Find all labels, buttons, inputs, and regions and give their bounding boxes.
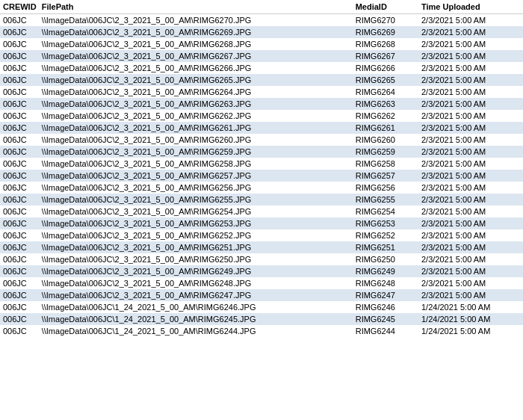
cell-mediaid: RIMG6254 [353,206,418,217]
cell-filepath: \\ImageData\006JC\2_3_2021_5_00_AM\RIMG6… [39,110,353,122]
table-row: 006JC\\ImageData\006JC\2_3_2021_5_00_AM\… [0,122,523,134]
cell-crewid: 006JC [0,265,39,277]
cell-crewid: 006JC [0,146,39,158]
table-row: 006JC\\ImageData\006JC\2_3_2021_5_00_AM\… [0,170,523,182]
cell-filepath: \\ImageData\006JC\2_3_2021_5_00_AM\RIMG6… [39,146,353,158]
cell-filepath: \\ImageData\006JC\2_3_2021_5_00_AM\RIMG6… [39,26,353,38]
cell-time-uploaded: 1/24/2021 5:00 AM [418,313,523,325]
cell-filepath: \\ImageData\006JC\1_24_2021_5_00_AM\RIMG… [39,301,353,313]
table-row: 006JC\\ImageData\006JC\1_24_2021_5_00_AM… [0,325,523,337]
table-row: 006JC\\ImageData\006JC\2_3_2021_5_00_AM\… [0,62,523,74]
cell-crewid: 006JC [0,277,39,289]
cell-crewid: 006JC [0,217,39,229]
cell-filepath: \\ImageData\006JC\2_3_2021_5_00_AM\RIMG6… [39,38,353,50]
cell-crewid: 006JC [0,182,39,194]
header-filepath[interactable]: FilePath [39,0,353,14]
cell-time-uploaded: 2/3/2021 5:00 AM [418,62,523,74]
cell-crewid: 006JC [0,14,39,27]
cell-time-uploaded: 2/3/2021 5:00 AM [418,241,523,253]
cell-crewid: 006JC [0,74,39,86]
table-row: 006JC\\ImageData\006JC\2_3_2021_5_00_AM\… [0,38,523,50]
cell-mediaid: RIMG6267 [353,50,418,62]
cell-mediaid: RIMG6270 [353,14,418,27]
header-mediaid[interactable]: MediaID [353,0,418,14]
table-row: 006JC\\ImageData\006JC\2_3_2021_5_00_AM\… [0,26,523,38]
data-table: CREWID FilePath MediaID Time Uploaded 00… [0,0,523,337]
cell-mediaid: RIMG6244 [353,325,418,337]
cell-filepath: \\ImageData\006JC\2_3_2021_5_00_AM\RIMG6… [39,217,353,229]
cell-time-uploaded: 2/3/2021 5:00 AM [418,206,523,217]
cell-time-uploaded: 2/3/2021 5:00 AM [418,38,523,50]
table-row: 006JC\\ImageData\006JC\2_3_2021_5_00_AM\… [0,277,523,289]
cell-filepath: \\ImageData\006JC\1_24_2021_5_00_AM\RIMG… [39,325,353,337]
table-row: 006JC\\ImageData\006JC\2_3_2021_5_00_AM\… [0,134,523,146]
cell-filepath: \\ImageData\006JC\2_3_2021_5_00_AM\RIMG6… [39,289,353,301]
cell-crewid: 006JC [0,62,39,74]
cell-crewid: 006JC [0,38,39,50]
table-row: 006JC\\ImageData\006JC\2_3_2021_5_00_AM\… [0,289,523,301]
cell-mediaid: RIMG6261 [353,122,418,134]
cell-filepath: \\ImageData\006JC\2_3_2021_5_00_AM\RIMG6… [39,170,353,182]
table-row: 006JC\\ImageData\006JC\2_3_2021_5_00_AM\… [0,253,523,265]
table-row: 006JC\\ImageData\006JC\2_3_2021_5_00_AM\… [0,182,523,194]
cell-crewid: 006JC [0,26,39,38]
cell-time-uploaded: 2/3/2021 5:00 AM [418,217,523,229]
cell-time-uploaded: 2/3/2021 5:00 AM [418,74,523,86]
cell-filepath: \\ImageData\006JC\2_3_2021_5_00_AM\RIMG6… [39,194,353,206]
table-row: 006JC\\ImageData\006JC\2_3_2021_5_00_AM\… [0,98,523,110]
table-row: 006JC\\ImageData\006JC\2_3_2021_5_00_AM\… [0,194,523,206]
cell-filepath: \\ImageData\006JC\2_3_2021_5_00_AM\RIMG6… [39,86,353,98]
cell-crewid: 006JC [0,289,39,301]
cell-time-uploaded: 1/24/2021 5:00 AM [418,301,523,313]
cell-mediaid: RIMG6245 [353,313,418,325]
cell-mediaid: RIMG6252 [353,229,418,241]
cell-filepath: \\ImageData\006JC\2_3_2021_5_00_AM\RIMG6… [39,253,353,265]
cell-filepath: \\ImageData\006JC\2_3_2021_5_00_AM\RIMG6… [39,229,353,241]
cell-mediaid: RIMG6268 [353,38,418,50]
cell-mediaid: RIMG6266 [353,62,418,74]
cell-mediaid: RIMG6264 [353,86,418,98]
cell-mediaid: RIMG6248 [353,277,418,289]
cell-time-uploaded: 2/3/2021 5:00 AM [418,14,523,27]
cell-crewid: 006JC [0,325,39,337]
cell-time-uploaded: 2/3/2021 5:00 AM [418,26,523,38]
cell-mediaid: RIMG6251 [353,241,418,253]
cell-filepath: \\ImageData\006JC\2_3_2021_5_00_AM\RIMG6… [39,206,353,217]
cell-time-uploaded: 1/24/2021 5:00 AM [418,325,523,337]
cell-mediaid: RIMG6250 [353,253,418,265]
cell-filepath: \\ImageData\006JC\2_3_2021_5_00_AM\RIMG6… [39,50,353,62]
cell-filepath: \\ImageData\006JC\2_3_2021_5_00_AM\RIMG6… [39,74,353,86]
table-row: 006JC\\ImageData\006JC\2_3_2021_5_00_AM\… [0,265,523,277]
cell-mediaid: RIMG6269 [353,26,418,38]
cell-crewid: 006JC [0,110,39,122]
cell-crewid: 006JC [0,313,39,325]
table-header-row: CREWID FilePath MediaID Time Uploaded [0,0,523,14]
cell-mediaid: RIMG6263 [353,98,418,110]
cell-filepath: \\ImageData\006JC\2_3_2021_5_00_AM\RIMG6… [39,134,353,146]
cell-time-uploaded: 2/3/2021 5:00 AM [418,194,523,206]
cell-time-uploaded: 2/3/2021 5:00 AM [418,134,523,146]
cell-mediaid: RIMG6256 [353,182,418,194]
cell-crewid: 006JC [0,206,39,217]
cell-crewid: 006JC [0,241,39,253]
cell-crewid: 006JC [0,98,39,110]
header-time-uploaded[interactable]: Time Uploaded [418,0,523,14]
cell-mediaid: RIMG6255 [353,194,418,206]
cell-time-uploaded: 2/3/2021 5:00 AM [418,50,523,62]
cell-mediaid: RIMG6260 [353,134,418,146]
cell-crewid: 006JC [0,86,39,98]
cell-time-uploaded: 2/3/2021 5:00 AM [418,253,523,265]
cell-time-uploaded: 2/3/2021 5:00 AM [418,86,523,98]
header-crewid[interactable]: CREWID [0,0,39,14]
cell-crewid: 006JC [0,122,39,134]
cell-crewid: 006JC [0,134,39,146]
table-row: 006JC\\ImageData\006JC\2_3_2021_5_00_AM\… [0,110,523,122]
cell-mediaid: RIMG6265 [353,74,418,86]
cell-time-uploaded: 2/3/2021 5:00 AM [418,289,523,301]
cell-filepath: \\ImageData\006JC\2_3_2021_5_00_AM\RIMG6… [39,277,353,289]
cell-mediaid: RIMG6247 [353,289,418,301]
cell-filepath: \\ImageData\006JC\2_3_2021_5_00_AM\RIMG6… [39,14,353,27]
cell-time-uploaded: 2/3/2021 5:00 AM [418,122,523,134]
table-row: 006JC\\ImageData\006JC\2_3_2021_5_00_AM\… [0,241,523,253]
cell-mediaid: RIMG6249 [353,265,418,277]
